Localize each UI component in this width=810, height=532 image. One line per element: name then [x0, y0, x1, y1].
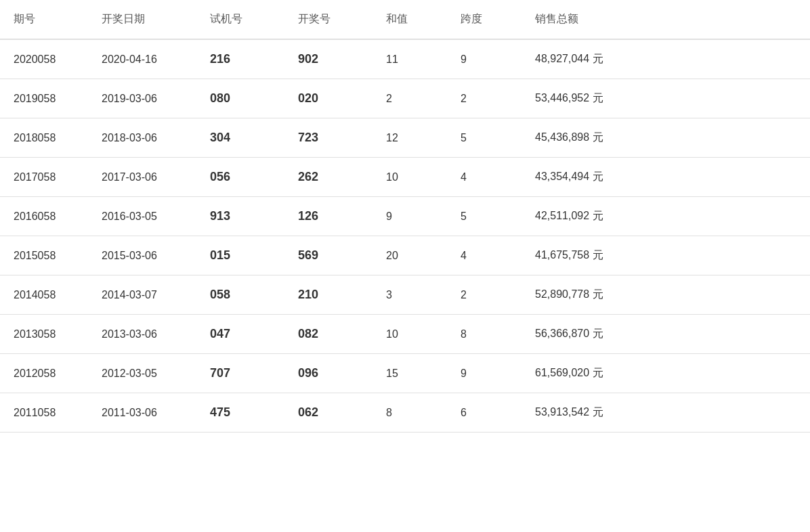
cell-qihao: 2012058 [0, 354, 88, 393]
cell-date: 2017-03-06 [88, 158, 196, 197]
cell-hezhi: 10 [372, 315, 447, 354]
table-row: 20130582013-03-0604708210856,366,870 元 [0, 315, 810, 354]
cell-hezhi: 8 [372, 393, 447, 433]
cell-shiji: 707 [196, 354, 284, 393]
table-row: 20180582018-03-0630472312545,436,898 元 [0, 118, 810, 158]
cell-hezhi: 3 [372, 275, 447, 315]
table-row: 20160582016-03-059131269542,511,092 元 [0, 197, 810, 236]
cell-date: 2012-03-05 [88, 354, 196, 393]
cell-hezhi: 11 [372, 39, 447, 79]
cell-date: 2016-03-05 [88, 197, 196, 236]
table-row: 20200582020-04-1621690211948,927,044 元 [0, 39, 810, 79]
header-date: 开奖日期 [88, 0, 196, 39]
cell-hezhi: 2 [372, 79, 447, 118]
cell-qihao: 2018058 [0, 118, 88, 158]
cell-xiaoshou: 53,446,952 元 [521, 79, 810, 118]
cell-shiji: 056 [196, 158, 284, 197]
cell-kuadu: 2 [447, 79, 521, 118]
cell-xiaoshou: 56,366,870 元 [521, 315, 810, 354]
cell-kuadu: 6 [447, 393, 521, 433]
cell-date: 2018-03-06 [88, 118, 196, 158]
cell-shiji: 047 [196, 315, 284, 354]
cell-shiji: 058 [196, 275, 284, 315]
cell-shiji: 015 [196, 236, 284, 275]
header-qihao: 期号 [0, 0, 88, 39]
table-row: 20170582017-03-0605626210443,354,494 元 [0, 158, 810, 197]
cell-xiaoshou: 42,511,092 元 [521, 197, 810, 236]
cell-hezhi: 20 [372, 236, 447, 275]
cell-date: 2015-03-06 [88, 236, 196, 275]
cell-kuadu: 8 [447, 315, 521, 354]
cell-qihao: 2017058 [0, 158, 88, 197]
table-row: 20190582019-03-060800202253,446,952 元 [0, 79, 810, 118]
cell-kuadu: 4 [447, 158, 521, 197]
cell-shiji: 913 [196, 197, 284, 236]
cell-hezhi: 9 [372, 197, 447, 236]
cell-qihao: 2016058 [0, 197, 88, 236]
header-kaijang: 开奖号 [284, 0, 372, 39]
cell-kaijang: 062 [284, 393, 372, 433]
cell-qihao: 2015058 [0, 236, 88, 275]
cell-kuadu: 2 [447, 275, 521, 315]
cell-xiaoshou: 52,890,778 元 [521, 275, 810, 315]
cell-hezhi: 15 [372, 354, 447, 393]
cell-kaijang: 126 [284, 197, 372, 236]
cell-kuadu: 9 [447, 39, 521, 79]
cell-qihao: 2019058 [0, 79, 88, 118]
cell-kaijang: 723 [284, 118, 372, 158]
table-row: 20110582011-03-064750628653,913,542 元 [0, 393, 810, 433]
cell-qihao: 2014058 [0, 275, 88, 315]
cell-hezhi: 10 [372, 158, 447, 197]
cell-kaijang: 096 [284, 354, 372, 393]
cell-shiji: 216 [196, 39, 284, 79]
main-container: 期号 开奖日期 试机号 开奖号 和值 跨度 销售总额 20200582020-0… [0, 0, 810, 532]
cell-xiaoshou: 61,569,020 元 [521, 354, 810, 393]
cell-hezhi: 12 [372, 118, 447, 158]
cell-qihao: 2020058 [0, 39, 88, 79]
header-hezhi: 和值 [372, 0, 447, 39]
cell-date: 2014-03-07 [88, 275, 196, 315]
cell-xiaoshou: 48,927,044 元 [521, 39, 810, 79]
cell-kaijang: 262 [284, 158, 372, 197]
cell-date: 2013-03-06 [88, 315, 196, 354]
table-row: 20140582014-03-070582103252,890,778 元 [0, 275, 810, 315]
cell-xiaoshou: 53,913,542 元 [521, 393, 810, 433]
cell-kuadu: 9 [447, 354, 521, 393]
cell-date: 2019-03-06 [88, 79, 196, 118]
cell-kuadu: 4 [447, 236, 521, 275]
cell-qihao: 2011058 [0, 393, 88, 433]
header-shiji: 试机号 [196, 0, 284, 39]
cell-kaijang: 020 [284, 79, 372, 118]
cell-kaijang: 569 [284, 236, 372, 275]
cell-kaijang: 082 [284, 315, 372, 354]
cell-shiji: 475 [196, 393, 284, 433]
table-header-row: 期号 开奖日期 试机号 开奖号 和值 跨度 销售总额 [0, 0, 810, 39]
header-xiaoshou: 销售总额 [521, 0, 810, 39]
cell-shiji: 080 [196, 79, 284, 118]
cell-date: 2020-04-16 [88, 39, 196, 79]
cell-qihao: 2013058 [0, 315, 88, 354]
cell-kuadu: 5 [447, 197, 521, 236]
cell-kuadu: 5 [447, 118, 521, 158]
cell-date: 2011-03-06 [88, 393, 196, 433]
cell-xiaoshou: 45,436,898 元 [521, 118, 810, 158]
cell-xiaoshou: 43,354,494 元 [521, 158, 810, 197]
cell-kaijang: 902 [284, 39, 372, 79]
table-row: 20150582015-03-0601556920441,675,758 元 [0, 236, 810, 275]
header-kuadu: 跨度 [447, 0, 521, 39]
cell-shiji: 304 [196, 118, 284, 158]
lottery-table: 期号 开奖日期 试机号 开奖号 和值 跨度 销售总额 20200582020-0… [0, 0, 810, 433]
cell-kaijang: 210 [284, 275, 372, 315]
cell-xiaoshou: 41,675,758 元 [521, 236, 810, 275]
table-row: 20120582012-03-0570709615961,569,020 元 [0, 354, 810, 393]
